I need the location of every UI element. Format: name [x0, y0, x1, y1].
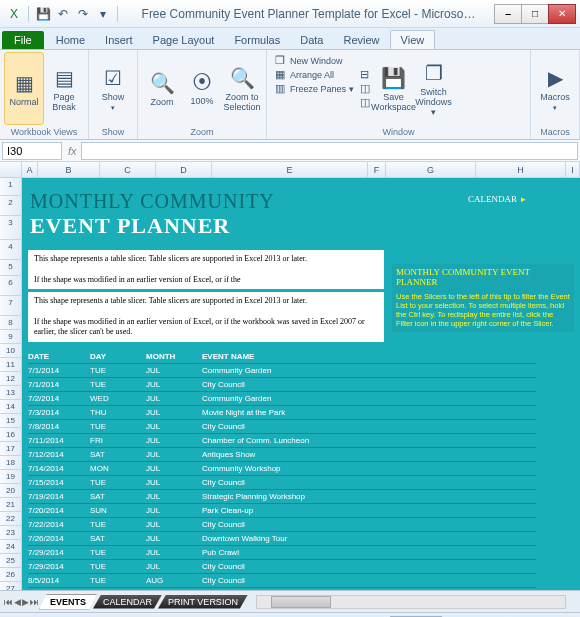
cell-event[interactable]: Community Garden — [202, 366, 536, 375]
table-row[interactable]: 7/15/2014 TUE JUL City Council — [28, 476, 536, 490]
page-break-button[interactable]: ▤Page Break — [44, 52, 84, 125]
row-header[interactable]: 19 — [0, 470, 22, 484]
tab-data[interactable]: Data — [290, 31, 333, 49]
row-header[interactable]: 16 — [0, 428, 22, 442]
hide-button[interactable]: ◫ — [358, 82, 372, 95]
formula-input[interactable] — [81, 142, 578, 160]
cell-day[interactable]: SAT — [90, 492, 146, 501]
table-row[interactable]: 8/9/2014 SAT AUG Park Clean-up — [28, 588, 536, 590]
undo-icon[interactable]: ↶ — [55, 6, 71, 22]
save-icon[interactable]: 💾 — [35, 6, 51, 22]
show-button[interactable]: ☑Show▾ — [93, 52, 133, 125]
row-header[interactable]: 5 — [0, 260, 22, 276]
tab-review[interactable]: Review — [333, 31, 389, 49]
cell-month[interactable]: JUL — [146, 380, 202, 389]
cell-date[interactable]: 7/15/2014 — [28, 478, 90, 487]
row-header[interactable]: 27 — [0, 582, 22, 590]
maximize-button[interactable]: □ — [521, 4, 549, 24]
cell-event[interactable]: Antiques Show — [202, 450, 536, 459]
table-row[interactable]: 7/14/2014 MON JUL Community Workshop — [28, 462, 536, 476]
col-f[interactable]: F — [368, 162, 386, 177]
cell-month[interactable]: JUL — [146, 534, 202, 543]
row-header[interactable]: 12 — [0, 372, 22, 386]
cell-day[interactable]: SAT — [90, 534, 146, 543]
horizontal-scrollbar[interactable] — [256, 595, 566, 609]
unhide-button[interactable]: ◫ — [358, 96, 372, 109]
new-window-button[interactable]: ❐New Window — [273, 54, 354, 67]
col-c[interactable]: C — [100, 162, 156, 177]
zoom-100-button[interactable]: ⦿100% — [182, 52, 222, 125]
cell-month[interactable]: JUL — [146, 408, 202, 417]
tab-page-layout[interactable]: Page Layout — [143, 31, 225, 49]
row-header[interactable]: 6 — [0, 276, 22, 296]
row-header[interactable]: 3 — [0, 216, 22, 240]
row-header[interactable]: 20 — [0, 484, 22, 498]
cell-date[interactable]: 7/12/2014 — [28, 450, 90, 459]
zoom-selection-button[interactable]: 🔍Zoom to Selection — [222, 52, 262, 125]
cell-event[interactable]: City Council — [202, 478, 536, 487]
row-header[interactable]: 24 — [0, 540, 22, 554]
tab-nav-last-icon[interactable]: ⏭ — [30, 597, 39, 607]
name-box[interactable]: I30 — [2, 142, 62, 160]
cell-date[interactable]: 8/5/2014 — [28, 576, 90, 585]
table-row[interactable]: 7/1/2014 TUE JUL Community Garden — [28, 364, 536, 378]
tab-nav-next-icon[interactable]: ▶ — [22, 597, 29, 607]
row-header[interactable]: 22 — [0, 512, 22, 526]
tab-formulas[interactable]: Formulas — [224, 31, 290, 49]
row-header[interactable]: 18 — [0, 456, 22, 470]
arrange-all-button[interactable]: ▦Arrange All — [273, 68, 354, 81]
row-header[interactable]: 14 — [0, 400, 22, 414]
split-button[interactable]: ⊟ — [358, 68, 372, 81]
scrollbar-thumb[interactable] — [271, 596, 331, 608]
row-header[interactable]: 17 — [0, 442, 22, 456]
cell-date[interactable]: 7/14/2014 — [28, 464, 90, 473]
row-header[interactable]: 13 — [0, 386, 22, 400]
row-header[interactable]: 23 — [0, 526, 22, 540]
cell-month[interactable]: JUL — [146, 506, 202, 515]
cell-date[interactable]: 7/22/2014 — [28, 520, 90, 529]
worksheet[interactable]: A B C D E F G H I 1234567891011121314151… — [0, 162, 580, 590]
table-row[interactable]: 7/29/2014 TUE JUL City Council — [28, 560, 536, 574]
cell-month[interactable]: JUL — [146, 394, 202, 403]
row-header[interactable]: 2 — [0, 196, 22, 216]
zoom-button[interactable]: 🔍Zoom — [142, 52, 182, 125]
row-header[interactable]: 1 — [0, 178, 22, 196]
col-date[interactable]: DATE — [28, 352, 90, 361]
cell-event[interactable]: City Council — [202, 422, 536, 431]
cell-date[interactable]: 7/20/2014 — [28, 506, 90, 515]
minimize-button[interactable]: ‒ — [494, 4, 522, 24]
cell-event[interactable]: Chamber of Comm. Luncheon — [202, 436, 536, 445]
col-h[interactable]: H — [476, 162, 566, 177]
cell-event[interactable]: Pub Crawl — [202, 548, 536, 557]
cell-month[interactable]: JUL — [146, 422, 202, 431]
table-row[interactable]: 7/2/2014 WED JUL Community Garden — [28, 392, 536, 406]
col-month[interactable]: MONTH — [146, 352, 202, 361]
qat-dropdown-icon[interactable]: ▾ — [95, 6, 111, 22]
cell-date[interactable]: 7/8/2014 — [28, 422, 90, 431]
cell-day[interactable]: THU — [90, 408, 146, 417]
table-row[interactable]: 7/20/2014 SUN JUL Park Clean-up — [28, 504, 536, 518]
cell-month[interactable]: JUL — [146, 548, 202, 557]
table-row[interactable]: 7/22/2014 TUE JUL City Council — [28, 518, 536, 532]
col-e[interactable]: E — [212, 162, 368, 177]
cell-event[interactable]: City Council — [202, 380, 536, 389]
save-workspace-button[interactable]: 💾Save Workspace — [374, 52, 414, 125]
cell-date[interactable]: 7/29/2014 — [28, 562, 90, 571]
cell-day[interactable]: SAT — [90, 450, 146, 459]
cell-event[interactable]: City Council — [202, 520, 536, 529]
cell-event[interactable]: City Council — [202, 562, 536, 571]
row-header[interactable]: 25 — [0, 554, 22, 568]
cell-event[interactable]: Downtown Walking Tour — [202, 534, 536, 543]
cell-month[interactable]: JUL — [146, 366, 202, 375]
cell-event[interactable]: Strategic Planning Workshop — [202, 492, 536, 501]
cell-date[interactable]: 7/1/2014 — [28, 366, 90, 375]
cell-day[interactable]: TUE — [90, 576, 146, 585]
col-g[interactable]: G — [386, 162, 476, 177]
row-header[interactable]: 9 — [0, 330, 22, 344]
table-row[interactable]: 7/3/2014 THU JUL Movie Night at the Park — [28, 406, 536, 420]
col-day[interactable]: DAY — [90, 352, 146, 361]
calendar-link[interactable]: CALENDAR — [468, 194, 526, 204]
cell-date[interactable]: 7/29/2014 — [28, 548, 90, 557]
tab-home[interactable]: Home — [46, 31, 95, 49]
cell-month[interactable]: AUG — [146, 576, 202, 585]
